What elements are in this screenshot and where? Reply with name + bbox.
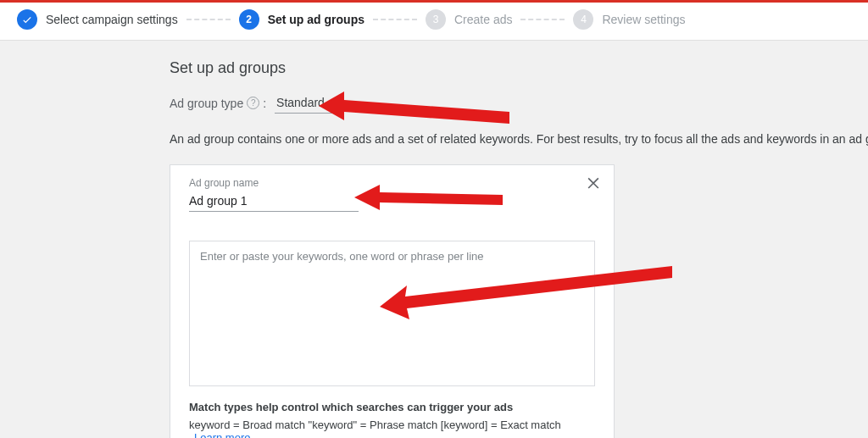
- check-icon: [17, 9, 37, 30]
- svg-marker-1: [354, 185, 503, 210]
- step-4[interactable]: 4 Review settings: [573, 9, 685, 30]
- type-value: Standard: [276, 96, 325, 109]
- close-icon[interactable]: [585, 174, 602, 193]
- step-number: 2: [239, 9, 259, 30]
- svg-marker-2: [380, 266, 672, 319]
- step-1[interactable]: Select campaign settings: [17, 9, 178, 30]
- step-label: Select campaign settings: [46, 13, 178, 26]
- step-label: Review settings: [602, 13, 685, 26]
- type-colon: :: [263, 97, 266, 110]
- description-text: An ad group contains one or more ads and…: [170, 132, 868, 146]
- step-3[interactable]: 3 Create ads: [426, 9, 512, 30]
- connector: [373, 19, 417, 20]
- match-types-title: Match types help control which searches …: [189, 401, 595, 413]
- match-types-text: keyword = Broad match "keyword" = Phrase…: [189, 419, 561, 431]
- arrow-annotation: [319, 85, 514, 127]
- stepper-bar: Select campaign settings 2 Set up ad gro…: [0, 0, 868, 41]
- svg-marker-0: [319, 91, 509, 124]
- step-2[interactable]: 2 Set up ad groups: [239, 9, 364, 30]
- arrow-annotation: [354, 180, 507, 214]
- connector: [186, 19, 231, 20]
- help-icon[interactable]: ?: [247, 97, 259, 109]
- learn-more-link[interactable]: Learn more: [194, 431, 250, 438]
- ad-group-type-row: Ad group type ? : Standard: [170, 92, 868, 114]
- ad-group-name-input[interactable]: [189, 191, 359, 212]
- type-label: Ad group type: [170, 97, 243, 110]
- arrow-annotation: [380, 264, 676, 328]
- connector: [520, 19, 565, 20]
- match-types-line: keyword = Broad match "keyword" = Phrase…: [189, 419, 595, 438]
- step-number: 3: [426, 9, 446, 30]
- step-number: 4: [573, 9, 593, 30]
- step-label: Create ads: [454, 13, 512, 26]
- page-title: Set up ad groups: [170, 59, 868, 77]
- step-label: Set up ad groups: [268, 13, 364, 26]
